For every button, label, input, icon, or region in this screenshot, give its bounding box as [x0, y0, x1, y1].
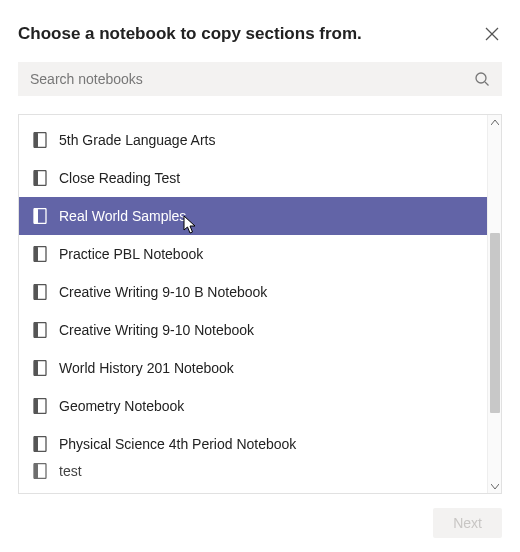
notebook-icon	[33, 398, 47, 414]
notebook-icon	[33, 170, 47, 186]
close-icon	[485, 27, 499, 41]
notebook-label: World History 201 Notebook	[59, 360, 234, 376]
notebook-label: Geometry Notebook	[59, 398, 184, 414]
notebook-item[interactable]: Physical Science 4th Period Notebook	[19, 425, 487, 463]
notebook-item[interactable]: 5th Grade Language Arts	[19, 121, 487, 159]
notebook-item[interactable]: test	[19, 463, 487, 481]
notebook-item[interactable]: Practice PBL Notebook	[19, 235, 487, 273]
svg-rect-21	[34, 437, 38, 452]
notebook-label: Creative Writing 9-10 Notebook	[59, 322, 254, 338]
notebook-item[interactable]: Close Reading Test	[19, 159, 487, 197]
notebook-icon	[33, 284, 47, 300]
svg-rect-13	[34, 285, 38, 300]
scroll-thumb[interactable]	[490, 233, 500, 413]
svg-rect-15	[34, 323, 38, 338]
svg-rect-5	[34, 133, 38, 148]
notebook-icon	[33, 322, 47, 338]
notebook-label: Practice PBL Notebook	[59, 246, 203, 262]
notebook-item[interactable]: Geometry Notebook	[19, 387, 487, 425]
svg-rect-17	[34, 361, 38, 376]
dialog-title: Choose a notebook to copy sections from.	[18, 24, 362, 44]
svg-rect-23	[34, 464, 38, 479]
svg-rect-7	[34, 171, 38, 186]
search-box[interactable]	[18, 62, 502, 96]
svg-rect-11	[34, 247, 38, 262]
notebook-list-container: 5th Grade Language Arts Close Reading Te…	[18, 114, 502, 494]
dialog-header: Choose a notebook to copy sections from.	[18, 24, 502, 44]
notebook-label: test	[59, 463, 82, 479]
notebook-icon	[33, 360, 47, 376]
notebook-item[interactable]: Creative Writing 9-10 B Notebook	[19, 273, 487, 311]
scrollbar[interactable]	[487, 115, 501, 493]
svg-line-3	[485, 82, 489, 86]
next-button[interactable]: Next	[433, 508, 502, 538]
notebook-label: Creative Writing 9-10 B Notebook	[59, 284, 267, 300]
search-input[interactable]	[30, 71, 474, 87]
scroll-down-arrow[interactable]	[488, 479, 501, 493]
notebook-item[interactable]: Creative Writing 9-10 Notebook	[19, 311, 487, 349]
notebook-label: 5th Grade Language Arts	[59, 132, 215, 148]
notebook-list: 5th Grade Language Arts Close Reading Te…	[19, 115, 487, 493]
notebook-label: Close Reading Test	[59, 170, 180, 186]
notebook-icon	[33, 132, 47, 148]
notebook-icon	[33, 246, 47, 262]
notebook-label: Real World Samples	[59, 208, 186, 224]
scroll-up-arrow[interactable]	[488, 115, 501, 129]
dialog-footer: Next	[18, 494, 502, 552]
copy-sections-dialog: Choose a notebook to copy sections from.…	[0, 0, 520, 552]
notebook-icon	[33, 463, 47, 479]
svg-rect-9	[34, 209, 38, 224]
search-icon	[474, 71, 490, 87]
svg-rect-19	[34, 399, 38, 414]
notebook-icon	[33, 208, 47, 224]
notebook-label: Physical Science 4th Period Notebook	[59, 436, 296, 452]
svg-point-2	[476, 73, 486, 83]
notebook-icon	[33, 436, 47, 452]
close-button[interactable]	[482, 24, 502, 44]
notebook-item[interactable]: Real World Samples	[19, 197, 487, 235]
notebook-item[interactable]: World History 201 Notebook	[19, 349, 487, 387]
